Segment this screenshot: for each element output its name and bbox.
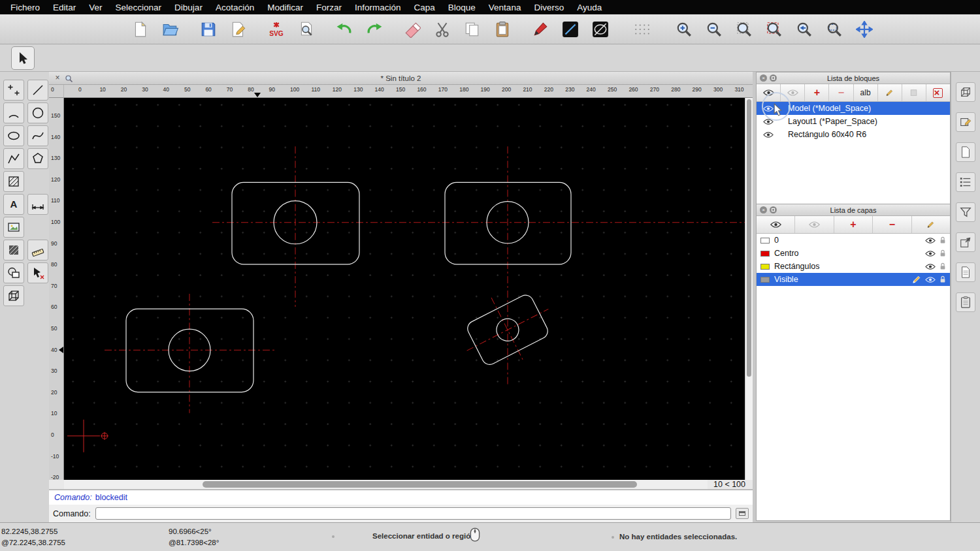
close-panel-icon[interactable]: × bbox=[760, 74, 767, 82]
hole-circle-bottom-left[interactable] bbox=[169, 329, 210, 371]
points-tool[interactable] bbox=[3, 80, 24, 101]
menu-item-diverso[interactable]: Diverso bbox=[527, 3, 570, 12]
zoom-in-button[interactable] bbox=[673, 18, 695, 41]
layer-lock-icon[interactable] bbox=[939, 236, 946, 244]
arc-tool[interactable] bbox=[3, 102, 24, 123]
attributes-circle-button[interactable] bbox=[589, 18, 612, 41]
menu-item-forzar[interactable]: Forzar bbox=[310, 3, 348, 12]
selection-tool-button[interactable] bbox=[11, 46, 35, 70]
add-block-button[interactable]: + bbox=[805, 84, 829, 101]
command-input[interactable] bbox=[95, 507, 731, 520]
cut-button[interactable] bbox=[431, 18, 453, 41]
show-all-layers-button[interactable] bbox=[757, 216, 795, 233]
rename-block-button[interactable]: alb bbox=[854, 84, 878, 101]
layer-lock-icon[interactable] bbox=[939, 262, 946, 270]
block-visibility-eye-icon[interactable] bbox=[763, 131, 774, 138]
filter-dock-button[interactable] bbox=[956, 202, 975, 222]
auto-zoom-button[interactable] bbox=[733, 18, 755, 41]
block-row-rectangulo[interactable]: Rectángulo 60x40 R6 bbox=[757, 128, 950, 141]
hatch-tool[interactable] bbox=[3, 171, 24, 192]
layer-visibility-eye-icon[interactable] bbox=[925, 263, 936, 270]
centerlines[interactable] bbox=[105, 146, 745, 413]
remove-block-button[interactable]: − bbox=[829, 84, 853, 101]
menu-item-ventana[interactable]: Ventana bbox=[482, 3, 528, 12]
vertical-scrollbar-thumb[interactable] bbox=[747, 99, 751, 377]
hide-all-layers-button[interactable] bbox=[795, 216, 834, 233]
zoom-out-button[interactable] bbox=[703, 18, 725, 41]
grid-toggle-button[interactable] bbox=[627, 18, 657, 41]
shape-library-tool[interactable] bbox=[3, 262, 24, 283]
isometric-tool[interactable] bbox=[3, 285, 24, 306]
layer-color-swatch[interactable] bbox=[760, 264, 770, 270]
menu-item-informacion[interactable]: Información bbox=[348, 3, 408, 12]
layer-lock-icon[interactable] bbox=[939, 249, 946, 257]
page-dock-button[interactable] bbox=[956, 142, 975, 162]
layer-visibility-eye-icon[interactable] bbox=[925, 276, 936, 283]
block-edit-dock-button[interactable] bbox=[956, 112, 975, 132]
menu-item-fichero[interactable]: Fichero bbox=[4, 3, 46, 12]
layer-row-visible[interactable]: Visible bbox=[757, 273, 950, 286]
vertical-scrollbar[interactable] bbox=[745, 98, 753, 480]
image-tool[interactable] bbox=[3, 217, 24, 238]
spline-tool[interactable] bbox=[27, 125, 48, 146]
menu-item-seleccionar[interactable]: Seleccionar bbox=[109, 3, 169, 12]
dimension-tool[interactable] bbox=[27, 194, 48, 215]
purge-blocks-button[interactable]: × bbox=[926, 84, 950, 101]
redo-button[interactable] bbox=[363, 18, 385, 41]
attributes-line-button[interactable] bbox=[559, 18, 581, 41]
print-preview-button[interactable] bbox=[295, 18, 318, 41]
float-panel-icon[interactable] bbox=[770, 74, 777, 82]
drawing-canvas[interactable] bbox=[64, 98, 745, 480]
circle-tool[interactable] bbox=[27, 102, 48, 123]
rectangle-block-entities[interactable] bbox=[126, 182, 571, 392]
delete-eraser-button[interactable] bbox=[401, 18, 423, 41]
new-file-button[interactable] bbox=[129, 18, 152, 41]
menu-item-modificar[interactable]: Modificar bbox=[261, 3, 310, 12]
add-layer-button[interactable]: + bbox=[834, 216, 873, 233]
point-entity[interactable] bbox=[101, 432, 108, 440]
viewport-dock-button[interactable] bbox=[956, 82, 975, 102]
solid-fill-tool[interactable] bbox=[3, 240, 24, 260]
menu-item-bloque[interactable]: Bloque bbox=[442, 3, 482, 12]
layer-color-swatch[interactable] bbox=[760, 251, 770, 257]
save-button[interactable] bbox=[197, 18, 220, 41]
pen-properties-button[interactable] bbox=[529, 18, 551, 41]
menu-item-capa[interactable]: Capa bbox=[408, 3, 442, 12]
edit-layer-button[interactable] bbox=[912, 216, 950, 233]
insert-block-button[interactable] bbox=[902, 84, 926, 101]
command-options-button[interactable] bbox=[736, 508, 749, 519]
measure-tool[interactable] bbox=[27, 240, 48, 260]
library-dock-button[interactable] bbox=[956, 232, 975, 252]
clipboard-dock-button[interactable] bbox=[956, 292, 975, 312]
layer-row-centro[interactable]: Centro bbox=[757, 247, 950, 260]
layer-row-0[interactable]: 0 bbox=[757, 234, 950, 247]
float-panel-icon[interactable] bbox=[770, 206, 777, 213]
copy-button[interactable] bbox=[461, 18, 483, 41]
menu-item-ayuda[interactable]: Ayuda bbox=[570, 3, 608, 12]
zoom-selection-button[interactable] bbox=[763, 18, 785, 41]
save-as-button[interactable] bbox=[227, 18, 250, 41]
open-file-button[interactable] bbox=[159, 18, 182, 41]
document-dock-button[interactable] bbox=[956, 262, 975, 282]
undo-button[interactable] bbox=[333, 18, 355, 41]
edit-block-button[interactable] bbox=[878, 84, 902, 101]
layer-visibility-eye-icon[interactable] bbox=[925, 237, 936, 244]
drawing-canvas-area[interactable] bbox=[64, 98, 745, 480]
window-zoom-button[interactable] bbox=[823, 18, 845, 41]
polygon-tool[interactable] bbox=[27, 148, 48, 169]
previous-view-button[interactable] bbox=[793, 18, 815, 41]
menu-item-editar[interactable]: Editar bbox=[46, 3, 82, 12]
horizontal-scrollbar[interactable] bbox=[64, 480, 708, 489]
snap-tool[interactable] bbox=[27, 262, 48, 283]
polyline-tool[interactable] bbox=[3, 148, 24, 169]
layer-visibility-eye-icon[interactable] bbox=[925, 250, 936, 257]
svg-export-button[interactable]: SVG bbox=[265, 18, 287, 41]
pan-button[interactable] bbox=[853, 18, 875, 41]
layer-color-swatch[interactable] bbox=[760, 238, 770, 244]
ellipse-tool[interactable] bbox=[3, 125, 24, 146]
text-tool[interactable]: A bbox=[3, 194, 24, 215]
layer-row-rectangulos[interactable]: Rectángulos bbox=[757, 260, 950, 273]
menu-item-ver[interactable]: Ver bbox=[82, 3, 108, 12]
remove-layer-button[interactable]: − bbox=[873, 216, 911, 233]
menu-item-acotacion[interactable]: Acotación bbox=[209, 3, 261, 12]
